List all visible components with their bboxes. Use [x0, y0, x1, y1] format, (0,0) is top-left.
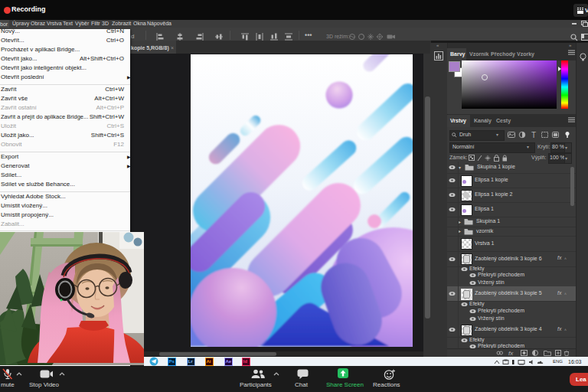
svg-text:T: T — [531, 131, 536, 139]
svg-text:fx: fx — [508, 350, 514, 356]
